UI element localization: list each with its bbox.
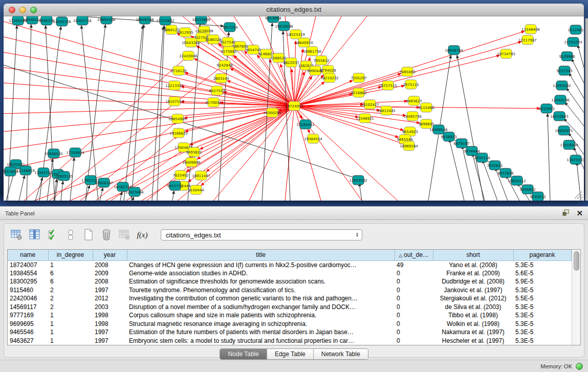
graph-node[interactable]: 15751074 xyxy=(564,37,582,47)
graph-node[interactable]: 16033809 xyxy=(192,16,210,24)
scrollbar-thumb[interactable] xyxy=(574,251,579,271)
graph-node[interactable]: 20355718 xyxy=(73,16,92,25)
graph-node[interactable]: 8813054 xyxy=(265,16,281,23)
graph-node[interactable]: 20206535 xyxy=(45,149,63,158)
graph-node[interactable]: 8822037 xyxy=(283,58,299,67)
column-header-out_de[interactable]: △out_de… xyxy=(395,250,433,260)
graph-node[interactable]: 16911447 xyxy=(192,171,210,180)
graph-node[interactable]: 19218596 xyxy=(275,21,293,31)
graph-node[interactable]: 9115460 xyxy=(418,103,434,112)
table-row[interactable]: 1938455462009Genome-wide association stu… xyxy=(8,269,571,278)
delete-attribute-icon[interactable] xyxy=(100,229,113,241)
graph-node[interactable]: 9493822 xyxy=(186,147,202,157)
tab-network-table[interactable]: Network Table xyxy=(313,349,368,359)
graph-node[interactable]: 1112481 xyxy=(568,25,583,34)
column-header-title[interactable]: title xyxy=(127,250,395,260)
graph-node[interactable]: 20691406 xyxy=(97,16,116,24)
table-column-icon[interactable] xyxy=(28,229,41,241)
table-row[interactable]: 1872400712008Changes of HCN gene express… xyxy=(8,260,571,269)
graph-node[interactable]: 11546921 xyxy=(356,114,374,123)
graph-node[interactable]: 8216862 xyxy=(351,88,366,97)
graph-node[interactable]: 7632621 xyxy=(487,161,503,170)
table-selector-dropdown[interactable]: citations_edges.txt ▲▼ xyxy=(161,229,362,240)
close-icon[interactable]: ✕ xyxy=(576,209,583,217)
table-row[interactable]: 946362711997Embryonic stem cells: a mode… xyxy=(8,337,571,345)
table-row[interactable]: 911546021997Tourette syndrome. Phenomeno… xyxy=(8,286,571,295)
select-columns-icon[interactable] xyxy=(46,229,59,241)
graph-node[interactable]: 14055726 xyxy=(53,17,71,26)
column-header-pagerank[interactable]: pagerank xyxy=(513,250,571,260)
network-graph[interactable]: 1872400718300295193845548860123891295518… xyxy=(4,16,584,201)
table-scrollbar[interactable] xyxy=(572,250,581,345)
graph-node[interactable]: 8471636 xyxy=(497,168,514,178)
table-row[interactable]: 2242004622012Investigating the contribut… xyxy=(8,294,571,303)
function-builder-icon[interactable]: f(x) xyxy=(136,229,149,241)
column-header-in_degree[interactable]: in_degree xyxy=(48,250,93,260)
tab-node-table[interactable]: Node Table xyxy=(220,349,267,359)
graph-node[interactable]: 19734793 xyxy=(497,49,515,58)
graph-node[interactable]: 14495756 xyxy=(403,112,422,121)
graph-node[interactable]: 7857224 xyxy=(222,23,238,32)
graph-node[interactable]: 8215953 xyxy=(538,104,554,113)
graph-node[interactable]: 16961758 xyxy=(303,47,321,56)
graph-node[interactable]: 2975115 xyxy=(403,80,419,89)
graph-node[interactable]: 9938923 xyxy=(441,132,456,141)
graph-node[interactable]: 7205297 xyxy=(351,73,366,82)
graph-node[interactable]: 2803144 xyxy=(213,74,229,83)
graph-node[interactable]: 15184451 xyxy=(296,120,315,129)
graph-node[interactable]: 17016504 xyxy=(560,140,578,149)
column-header-short[interactable]: short xyxy=(433,250,513,260)
graph-node[interactable]: 19892971 xyxy=(555,126,573,135)
graph-node[interactable]: 9857771 xyxy=(167,181,183,190)
table-row[interactable]: 946554611997Estimation of the future num… xyxy=(8,328,571,337)
table-settings-icon[interactable] xyxy=(10,229,24,241)
graph-node[interactable]: 11548408 xyxy=(521,25,540,34)
graph-node[interactable]: 18325419 xyxy=(287,30,305,39)
graph-node[interactable]: 8170044 xyxy=(205,98,222,107)
graph-node[interactable]: 2718120 xyxy=(170,66,186,75)
graph-node[interactable]: 9175685 xyxy=(221,47,236,56)
graph-node[interactable]: 9150444 xyxy=(188,185,204,194)
network-window[interactable]: citations_edges.txt 18724007183002951938… xyxy=(4,4,584,201)
node-attribute-table[interactable]: namein_degreeyeartitle△out_de…shortpager… xyxy=(8,250,572,345)
graph-node[interactable]: 12213353 xyxy=(165,81,184,90)
column-header-name[interactable]: name xyxy=(8,250,48,260)
graph-node[interactable]: 18210232 xyxy=(320,73,339,82)
graph-node[interactable]: 19846588 xyxy=(136,16,154,24)
table-row[interactable]: 969969511998Structural magnetic resonanc… xyxy=(8,320,571,329)
graph-node[interactable]: 18757515 xyxy=(379,81,397,90)
graph-node[interactable]: 11675333 xyxy=(567,155,584,164)
graph-node[interactable]: 9699695 xyxy=(418,119,434,128)
graph-node[interactable]: 9227343 xyxy=(556,66,572,75)
graph-node[interactable]: 16210643 xyxy=(550,112,569,121)
graph-node[interactable]: 9245012 xyxy=(530,192,546,201)
tab-edge-table[interactable]: Edge Table xyxy=(267,349,313,359)
graph-node[interactable]: 8427552 xyxy=(209,86,225,95)
network-canvas[interactable]: 1872400718300295193845548860123891295518… xyxy=(4,16,584,201)
graph-node[interactable]: 16102427 xyxy=(361,100,379,109)
table-row[interactable]: 1830029562008Estimation of significance … xyxy=(8,277,571,286)
graph-node[interactable]: 16648784 xyxy=(445,46,463,55)
graph-node[interactable]: 9463627 xyxy=(406,96,422,105)
graph-node[interactable]: 7625402 xyxy=(172,170,188,180)
graph-node[interactable]: 7485083 xyxy=(399,67,415,76)
graph-node[interactable]: 7955812 xyxy=(313,56,329,65)
graph-node[interactable]: 2935114 xyxy=(474,153,490,162)
column-header-year[interactable]: year xyxy=(93,250,127,260)
table-row[interactable]: 1456911722003Disruption of a novel membe… xyxy=(8,303,571,312)
graph-node[interactable]: 8912955 xyxy=(177,28,193,37)
network-window-titlebar[interactable]: citations_edges.txt xyxy=(4,4,584,16)
table-row[interactable]: 977716911998Corpus callosum shape and si… xyxy=(8,311,571,320)
graph-node[interactable]: 12444136 xyxy=(551,95,570,104)
graph-node[interactable]: 8186328 xyxy=(205,35,221,44)
table-header-row[interactable]: namein_degreeyeartitle△out_de…shortpager… xyxy=(8,250,571,260)
row-height-icon[interactable] xyxy=(64,229,77,241)
graph-node[interactable]: 9046378 xyxy=(38,16,54,25)
new-table-icon[interactable] xyxy=(82,229,95,241)
float-panel-icon[interactable] xyxy=(562,209,570,218)
graph-node[interactable]: 12093582 xyxy=(553,81,571,90)
resize-grip-icon[interactable] xyxy=(575,191,583,200)
graph-node[interactable]: 9529966 xyxy=(559,52,575,61)
graph-node[interactable]: 15324862 xyxy=(156,16,175,25)
graph-node[interactable]: 12217987 xyxy=(518,35,537,45)
